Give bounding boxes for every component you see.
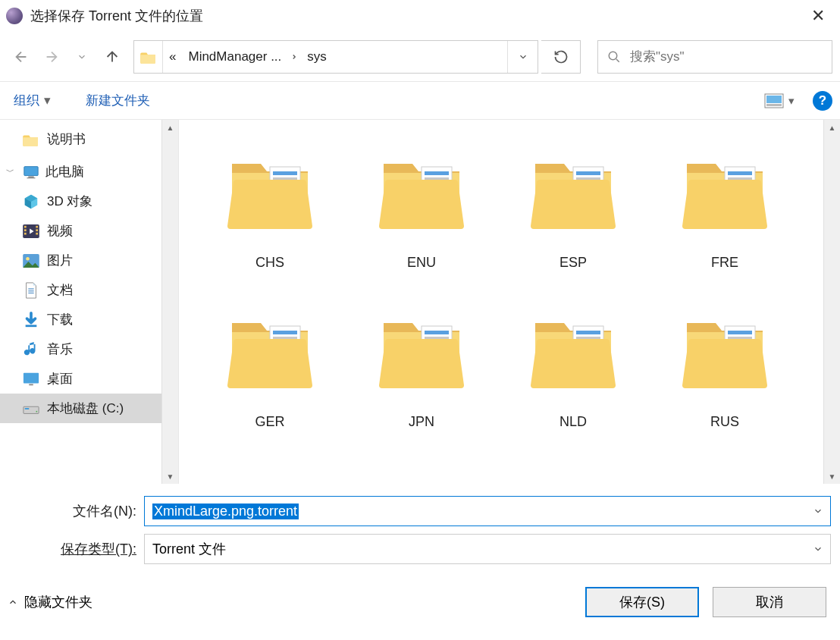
chevron-down-icon — [518, 52, 528, 62]
toolbar: 组织 ▾ 新建文件夹 ▾ ? — [0, 82, 840, 120]
filename-dropdown[interactable] — [806, 497, 830, 525]
search-input[interactable] — [630, 49, 823, 64]
svg-rect-81 — [576, 337, 600, 339]
breadcrumb-overflow[interactable]: « — [163, 41, 182, 73]
arrow-left-icon — [13, 49, 30, 65]
scroll-down-icon[interactable]: ▼ — [162, 469, 178, 484]
svg-rect-62 — [273, 331, 297, 334]
folder-item[interactable]: ENU — [346, 143, 497, 302]
svg-point-0 — [609, 52, 617, 60]
folder-icon — [679, 309, 770, 400]
filetype-dropdown[interactable] — [806, 535, 830, 563]
pictures-icon — [23, 253, 39, 269]
svg-rect-4 — [24, 166, 38, 175]
scroll-down-icon[interactable]: ▼ — [824, 469, 840, 484]
sidebar-item-3d[interactable]: 3D 对象 — [0, 187, 178, 216]
view-menu[interactable]: ▾ — [761, 90, 798, 111]
filename-label: 文件名(N): — [9, 502, 144, 520]
scroll-up-icon[interactable]: ▲ — [824, 120, 840, 135]
sidebar-item-label: 桌面 — [47, 370, 73, 387]
chevron-up-icon — [8, 597, 18, 607]
folder-icon — [528, 309, 619, 400]
sidebar-item-folder[interactable]: 说明书 — [0, 124, 178, 154]
title-bar: 选择保存 Torrent 文件的位置 ✕ — [0, 0, 840, 32]
recent-dropdown[interactable] — [68, 43, 96, 71]
breadcrumb-chevron-icon[interactable] — [287, 52, 301, 61]
new-folder-button[interactable]: 新建文件夹 — [80, 89, 156, 112]
folder-label: JPN — [409, 414, 434, 430]
close-button[interactable]: ✕ — [802, 6, 834, 26]
arrow-right-icon — [43, 49, 60, 65]
search-icon — [607, 50, 621, 64]
sidebar-item-video[interactable]: 视频 — [0, 216, 178, 246]
breadcrumb-segment-1[interactable]: sys — [301, 41, 333, 73]
refresh-icon — [553, 49, 569, 64]
content-scrollbar[interactable]: ▲ ▼ — [823, 120, 840, 484]
svg-rect-35 — [425, 171, 449, 175]
address-bar[interactable]: « MindManager ... sys — [133, 40, 538, 74]
expand-icon[interactable]: ﹀ — [6, 166, 17, 177]
sidebar-item-downloads[interactable]: 下载 — [0, 305, 178, 334]
help-button[interactable]: ? — [813, 91, 832, 111]
sidebar-item-label: 下载 — [47, 311, 73, 328]
sidebar-item-music[interactable]: 音乐 — [0, 334, 178, 364]
sidebar-item-documents[interactable]: 文档 — [0, 275, 178, 305]
desktop-icon — [23, 371, 39, 387]
svg-rect-45 — [576, 177, 600, 180]
svg-rect-54 — [728, 177, 752, 180]
form-area: 文件名(N): XmindLarge.png.torrent 保存类型(T): … — [0, 484, 840, 564]
sidebar-item-label: 视频 — [47, 222, 73, 240]
folder-icon — [134, 41, 163, 73]
svg-rect-3 — [766, 104, 782, 106]
filename-value: XmindLarge.png.torrent — [152, 504, 299, 519]
address-dropdown[interactable] — [507, 41, 538, 73]
forward-button[interactable] — [38, 43, 65, 71]
folder-item[interactable]: RUS — [649, 302, 801, 461]
view-icon — [764, 93, 784, 108]
arrow-up-icon — [104, 49, 121, 65]
up-button[interactable] — [99, 43, 126, 71]
window-title: 选择保存 Torrent 文件的位置 — [30, 7, 802, 25]
save-button[interactable]: 保存(S) — [585, 587, 699, 617]
svg-rect-27 — [273, 177, 297, 180]
filetype-value: Torrent 文件 — [152, 540, 226, 558]
svg-rect-12 — [36, 229, 38, 231]
sidebar-item-pictures[interactable]: 图片 — [0, 246, 178, 275]
folder-item[interactable]: JPN — [346, 302, 497, 461]
svg-rect-23 — [25, 408, 30, 409]
svg-point-24 — [36, 410, 37, 412]
svg-rect-90 — [728, 337, 752, 339]
folder-icon — [376, 309, 467, 400]
sidebar-scrollbar[interactable]: ▲ ▼ — [161, 120, 178, 484]
footer: 隐藏文件夹 保存(S) 取消 — [0, 572, 840, 626]
back-button[interactable] — [8, 43, 35, 71]
chevron-down-icon: ▾ — [44, 93, 51, 108]
folder-icon — [528, 150, 619, 241]
folder-item[interactable]: NLD — [497, 302, 649, 461]
folder-item[interactable]: CHS — [194, 143, 346, 302]
filetype-select[interactable]: Torrent 文件 — [144, 534, 831, 564]
sidebar-item-label: 说明书 — [47, 130, 86, 148]
breadcrumb-segment-0[interactable]: MindManager ... — [182, 41, 287, 73]
hide-folders-toggle[interactable]: 隐藏文件夹 — [8, 593, 92, 611]
folder-item[interactable]: GER — [194, 302, 346, 461]
sidebar-item-label: 音乐 — [47, 340, 73, 358]
folder-item[interactable]: ESP — [497, 143, 649, 302]
organize-menu[interactable]: 组织 ▾ — [8, 89, 57, 112]
svg-rect-80 — [576, 331, 600, 334]
sidebar-item-drive[interactable]: 本地磁盘 (C:) — [0, 394, 178, 423]
folder-icon — [224, 150, 315, 241]
search-box[interactable] — [597, 40, 832, 74]
sidebar-item-label: 本地磁盘 (C:) — [47, 400, 124, 417]
scroll-up-icon[interactable]: ▲ — [162, 120, 178, 135]
filename-input[interactable]: XmindLarge.png.torrent — [144, 496, 831, 526]
sidebar-item-desktop[interactable]: 桌面 — [0, 364, 178, 394]
chevron-down-icon: ▾ — [788, 94, 795, 108]
refresh-button[interactable] — [541, 40, 581, 74]
svg-rect-18 — [28, 292, 33, 293]
navigation-row: « MindManager ... sys — [0, 32, 840, 82]
cancel-button[interactable]: 取消 — [713, 587, 826, 617]
svg-rect-16 — [28, 288, 33, 289]
sidebar-item-computer[interactable]: ﹀此电脑 — [0, 157, 178, 187]
folder-item[interactable]: FRE — [649, 143, 801, 302]
